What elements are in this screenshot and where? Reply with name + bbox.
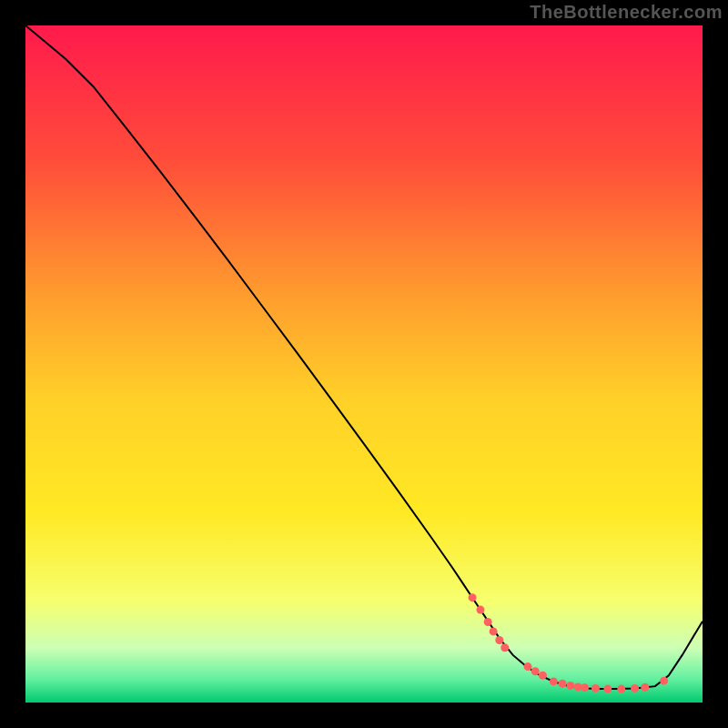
highlight-marker [500, 643, 509, 652]
highlight-marker [581, 683, 589, 692]
highlight-marker [550, 677, 558, 685]
gradient-background [25, 25, 703, 703]
highlight-marker [603, 685, 612, 693]
highlight-marker [592, 684, 600, 693]
highlight-marker [490, 627, 498, 635]
highlight-marker [539, 672, 547, 680]
highlight-marker [631, 684, 639, 693]
highlight-marker [617, 685, 625, 693]
highlight-marker [660, 677, 668, 685]
highlight-marker [469, 593, 477, 602]
chart-frame: TheBottlenecker.com [0, 0, 728, 728]
highlight-marker [558, 680, 566, 688]
plot-area [25, 25, 703, 703]
highlight-marker [484, 618, 492, 626]
highlight-marker [531, 667, 540, 675]
bottleneck-chart [25, 25, 703, 703]
highlight-marker [566, 682, 574, 690]
watermark-label: TheBottlenecker.com [530, 2, 723, 23]
highlight-marker [495, 636, 503, 644]
highlight-marker [524, 662, 532, 671]
highlight-marker [476, 606, 484, 614]
highlight-marker [641, 683, 649, 692]
